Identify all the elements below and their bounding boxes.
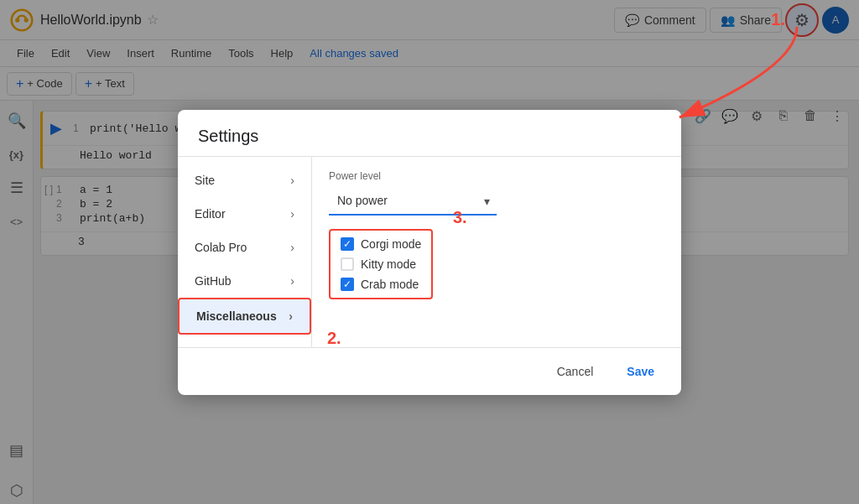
checkbox-crab-box[interactable]	[341, 278, 354, 291]
nav-colab-pro[interactable]: Colab Pro ›	[178, 231, 311, 264]
checkbox-kitty[interactable]: Kitty mode	[341, 257, 421, 271]
power-level-select-wrapper: No power Low power Medium power High pow…	[329, 187, 497, 216]
dialog-title: Settings	[198, 127, 258, 145]
dialog-footer: Cancel Save	[178, 347, 681, 395]
checkbox-corgi[interactable]: Corgi mode	[341, 237, 421, 251]
nav-arrow-colabpro: ›	[290, 241, 294, 254]
checkbox-crab[interactable]: Crab mode	[341, 278, 421, 291]
checkbox-group: Corgi mode Kitty mode Crab mode	[329, 229, 433, 299]
corgi-label: Corgi mode	[361, 237, 421, 251]
dialog-overlay: Settings Site › Editor › Colab Pro › Git…	[0, 0, 859, 504]
crab-label: Crab mode	[361, 278, 419, 291]
dialog-body: Site › Editor › Colab Pro › GitHub › Mis…	[178, 157, 681, 347]
settings-dialog: Settings Site › Editor › Colab Pro › Git…	[178, 110, 681, 395]
dialog-nav: Site › Editor › Colab Pro › GitHub › Mis…	[178, 157, 312, 347]
power-level-select[interactable]: No power Low power Medium power High pow…	[329, 187, 497, 216]
nav-arrow-site: ›	[290, 174, 294, 187]
nav-editor[interactable]: Editor ›	[178, 197, 311, 231]
nav-miscellaneous[interactable]: Miscellaneous ›	[178, 298, 311, 335]
checkbox-kitty-box[interactable]	[341, 257, 354, 271]
cancel-button[interactable]: Cancel	[544, 358, 607, 385]
kitty-label: Kitty mode	[361, 257, 416, 271]
nav-arrow-editor: ›	[290, 207, 294, 221]
power-level-label: Power level	[329, 170, 664, 182]
nav-arrow-misc: ›	[289, 309, 293, 323]
checkbox-corgi-box[interactable]	[341, 237, 354, 251]
save-button[interactable]: Save	[613, 358, 668, 385]
dialog-header: Settings	[178, 110, 681, 157]
dialog-content: Power level No power Low power Medium po…	[312, 157, 681, 347]
nav-arrow-github: ›	[290, 274, 294, 288]
nav-github[interactable]: GitHub ›	[178, 264, 311, 298]
nav-site[interactable]: Site ›	[178, 164, 311, 197]
